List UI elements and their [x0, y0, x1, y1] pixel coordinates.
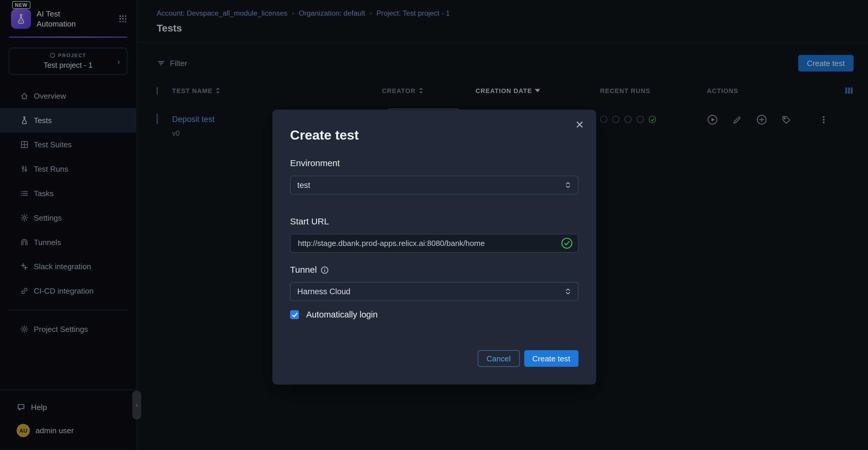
auto-login-checkbox[interactable] [290, 310, 299, 319]
auto-login-label: Automatically login [306, 310, 377, 320]
modal-actions: Cancel Create test [290, 350, 579, 367]
start-url-input[interactable] [290, 234, 579, 253]
check-icon [291, 312, 298, 318]
close-icon[interactable]: ✕ [575, 119, 584, 130]
start-url-label: Start URL [290, 217, 579, 227]
create-test-submit-button[interactable]: Create test [524, 350, 579, 367]
tunnel-label: Tunnel [290, 265, 579, 275]
cancel-button[interactable]: Cancel [477, 350, 519, 367]
create-test-modal: ✕ Create test Environment test Start URL… [273, 110, 596, 385]
chevron-updown-icon [565, 287, 571, 295]
chevron-updown-icon [565, 181, 571, 189]
app-window: NEW AI Test Automation PROJECT Test proj… [0, 0, 868, 450]
environment-select[interactable]: test [290, 175, 579, 194]
auto-login-row: Automatically login [290, 310, 579, 320]
tunnel-select[interactable]: Harness Cloud [290, 282, 579, 301]
valid-check-icon [561, 237, 573, 249]
info-icon[interactable] [321, 265, 329, 274]
environment-label: Environment [290, 159, 579, 168]
modal-title: Create test [290, 128, 579, 143]
